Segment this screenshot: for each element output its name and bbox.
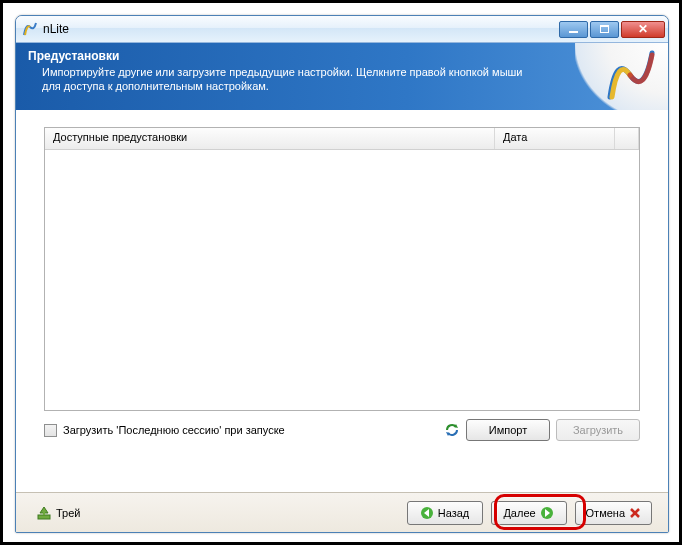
load-button: Загрузить — [556, 419, 640, 441]
nlite-logo-icon — [602, 45, 662, 105]
page-title: Предустановки — [28, 49, 656, 63]
column-spacer — [615, 128, 639, 149]
svg-rect-2 — [38, 515, 50, 519]
logo-corner — [575, 43, 668, 110]
tray-icon — [36, 505, 52, 521]
page-subtitle: Импортируйте другие или загрузите предыд… — [42, 65, 542, 94]
column-date[interactable]: Дата — [495, 128, 615, 149]
minimize-button[interactable] — [559, 21, 588, 38]
app-window: nLite ✕ Предустановки Импортируйте други… — [15, 15, 669, 533]
cancel-button[interactable]: Отмена — [575, 501, 652, 525]
titlebar: nLite ✕ — [16, 16, 668, 43]
presets-list[interactable]: Доступные предустановки Дата — [44, 127, 640, 411]
back-button[interactable]: Назад — [407, 501, 483, 525]
svg-rect-4 — [43, 511, 45, 515]
tray-label: Трей — [56, 507, 80, 519]
list-header: Доступные предустановки Дата — [45, 128, 639, 150]
arrow-left-icon — [420, 506, 434, 520]
app-icon — [22, 21, 38, 37]
arrow-right-icon — [540, 506, 554, 520]
import-button[interactable]: Импорт — [466, 419, 550, 441]
content-area: Доступные предустановки Дата Загрузить '… — [16, 111, 668, 492]
window-title: nLite — [43, 22, 557, 36]
x-icon — [629, 507, 641, 519]
load-last-session-checkbox[interactable] — [44, 424, 57, 437]
column-name[interactable]: Доступные предустановки — [45, 128, 495, 149]
refresh-icon[interactable] — [444, 422, 460, 438]
next-button[interactable]: Далее — [491, 501, 567, 525]
options-row: Загрузить 'Последнюю сессию' при запуске… — [44, 419, 640, 441]
close-button[interactable]: ✕ — [621, 21, 665, 38]
header-band: Предустановки Импортируйте другие или за… — [16, 43, 668, 110]
footer-bar: Трей Назад Далее Отмена — [16, 492, 668, 532]
maximize-button[interactable] — [590, 21, 619, 38]
tray-button[interactable]: Трей — [36, 505, 80, 521]
load-last-session-label: Загрузить 'Последнюю сессию' при запуске — [63, 424, 285, 436]
